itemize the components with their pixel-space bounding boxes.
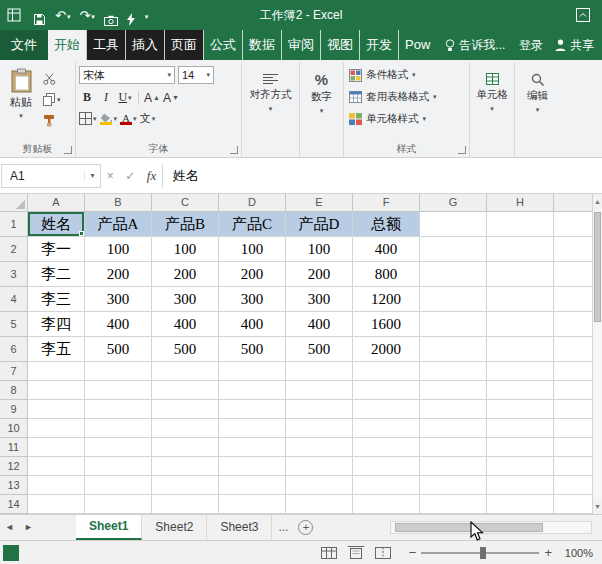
cell[interactable] [219, 362, 286, 381]
column-header-B[interactable]: B [85, 194, 152, 212]
cell[interactable]: 100 [219, 237, 286, 262]
cell[interactable] [420, 237, 487, 262]
column-header-C[interactable]: C [152, 194, 219, 212]
cell[interactable] [420, 381, 487, 400]
tab-view[interactable]: 视图 [320, 30, 359, 60]
cell[interactable] [554, 212, 592, 237]
cell[interactable]: 500 [85, 337, 152, 362]
row-header[interactable]: 7 [0, 362, 28, 381]
alignment-collapsed-button[interactable]: 对齐方式 ▾ [245, 64, 296, 113]
save-icon[interactable] [29, 4, 50, 26]
cell[interactable] [487, 381, 554, 400]
cell[interactable]: 产品D [286, 212, 353, 237]
font-color-button[interactable]: A▾ [120, 110, 137, 127]
row-header[interactable]: 2 [0, 237, 28, 262]
customize-qat-chevron-icon[interactable]: ▾ [140, 4, 153, 26]
number-collapsed-button[interactable]: % 数字 ▾ [303, 64, 340, 115]
cell[interactable] [28, 457, 85, 476]
zoom-level[interactable]: 100% [561, 547, 593, 559]
cell[interactable]: 500 [219, 337, 286, 362]
cell[interactable] [28, 476, 85, 495]
spreadsheet-grid[interactable]: A B C D E F G H 1姓名产品A产品B产品C产品D总额 2李一100… [0, 194, 602, 514]
zoom-slider-thumb[interactable] [480, 547, 486, 559]
cell[interactable] [420, 438, 487, 457]
cell[interactable]: 李五 [28, 337, 85, 362]
cell[interactable]: 1200 [353, 287, 420, 312]
cell[interactable] [487, 400, 554, 419]
cell[interactable]: 400 [152, 312, 219, 337]
cell[interactable]: 400 [353, 237, 420, 262]
cell[interactable] [286, 476, 353, 495]
cell[interactable] [487, 212, 554, 237]
camera-icon[interactable] [100, 4, 122, 26]
underline-button[interactable]: U▾ [117, 89, 133, 106]
cells-collapsed-button[interactable]: 单元格 ▾ [473, 64, 511, 113]
cell[interactable] [554, 337, 592, 362]
copy-button[interactable]: ▾ [43, 92, 72, 107]
cell[interactable]: 400 [85, 312, 152, 337]
enter-icon[interactable]: ✓ [125, 169, 135, 183]
cell[interactable]: 李一 [28, 237, 85, 262]
row-header[interactable]: 5 [0, 312, 28, 337]
sheet-tab-sheet3[interactable]: Sheet3 [207, 515, 272, 540]
cell[interactable]: 400 [219, 312, 286, 337]
cell[interactable] [420, 337, 487, 362]
cell[interactable] [554, 287, 592, 312]
lightning-icon[interactable] [123, 4, 139, 26]
cell[interactable] [85, 476, 152, 495]
zoom-out-button[interactable]: − [404, 545, 422, 560]
cell[interactable]: 800 [353, 262, 420, 287]
editing-collapsed-button[interactable]: 编辑 ▾ [518, 64, 557, 114]
sheet-nav-right-icon[interactable]: ► [19, 515, 38, 540]
cell[interactable]: 200 [152, 262, 219, 287]
cell[interactable] [353, 400, 420, 419]
cell[interactable] [353, 438, 420, 457]
cell[interactable] [353, 362, 420, 381]
cell[interactable] [286, 495, 353, 514]
cell[interactable] [420, 457, 487, 476]
tab-home[interactable]: 开始 [48, 30, 86, 60]
cell[interactable]: 400 [286, 312, 353, 337]
cell[interactable] [219, 476, 286, 495]
share-button[interactable]: 共享 [549, 30, 602, 60]
cell[interactable] [554, 362, 592, 381]
row-header[interactable]: 8 [0, 381, 28, 400]
sheet-overflow[interactable]: ... [272, 515, 294, 540]
cell[interactable] [85, 400, 152, 419]
new-sheet-button[interactable]: + [298, 520, 313, 535]
cell[interactable] [353, 381, 420, 400]
dialog-launcher-icon[interactable] [458, 146, 466, 154]
chevron-down-icon[interactable]: ▾ [84, 171, 100, 180]
format-as-table-button[interactable]: 套用表格格式 ▾ [347, 86, 466, 108]
cell[interactable] [420, 362, 487, 381]
fill-handle[interactable] [79, 231, 84, 236]
cell[interactable] [353, 495, 420, 514]
cell[interactable] [420, 312, 487, 337]
cell[interactable] [85, 438, 152, 457]
tab-power[interactable]: Pow [398, 30, 436, 60]
cell[interactable] [420, 400, 487, 419]
cell[interactable]: 300 [85, 287, 152, 312]
cell[interactable]: 300 [286, 287, 353, 312]
cell[interactable] [420, 419, 487, 438]
column-header-D[interactable]: D [219, 194, 286, 212]
decrease-font-button[interactable]: A▼ [163, 89, 179, 106]
ribbon-display-options-icon[interactable] [576, 8, 590, 22]
cell[interactable]: 总额 [353, 212, 420, 237]
cell[interactable] [554, 495, 592, 514]
cell[interactable]: 产品C [219, 212, 286, 237]
cell[interactable] [152, 495, 219, 514]
cell[interactable] [487, 337, 554, 362]
cell[interactable]: 100 [286, 237, 353, 262]
cell[interactable] [286, 381, 353, 400]
cell[interactable] [487, 419, 554, 438]
sheet-tab-sheet1[interactable]: Sheet1 [76, 515, 142, 540]
scroll-down-icon[interactable]: ▼ [593, 499, 602, 514]
cell[interactable] [219, 438, 286, 457]
cell[interactable] [487, 438, 554, 457]
cell[interactable] [219, 419, 286, 438]
cell[interactable] [353, 419, 420, 438]
scroll-up-icon[interactable]: ▲ [593, 194, 602, 209]
cell[interactable] [487, 262, 554, 287]
font-size-select[interactable]: 14▾ [178, 66, 214, 84]
